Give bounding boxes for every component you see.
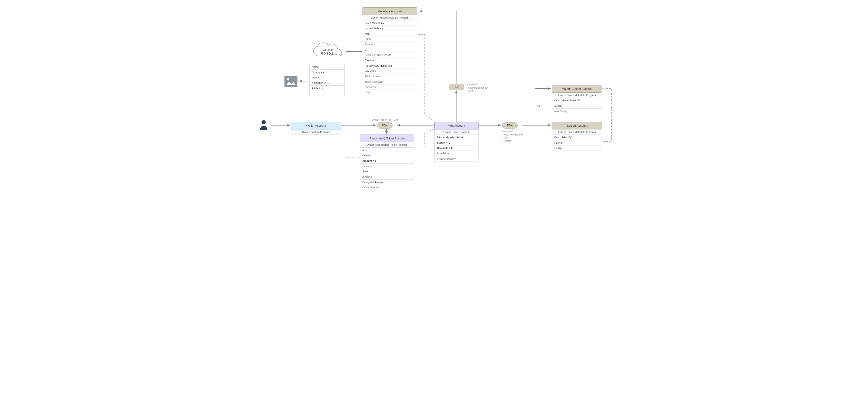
field-row: Supply = 1 bbox=[435, 140, 478, 145]
field-row: Close Authority bbox=[360, 185, 414, 190]
token-owner: Owner: (Associated) Token Program bbox=[360, 142, 414, 148]
field-row: Edition Nonce bbox=[362, 74, 417, 79]
field-row: Delegate bbox=[360, 164, 414, 169]
pda-ed-seeds: "metadata" + tokenMetadataPID + Mint + "… bbox=[502, 130, 523, 142]
metadata-fields: Key = MetadataV1Update AuthorityMintName… bbox=[362, 21, 417, 95]
field-row: Key = MetadataV1 bbox=[362, 21, 417, 26]
offchain-cloud-label: Off-chain JSON Object bbox=[311, 48, 346, 55]
field-row: State bbox=[360, 169, 414, 174]
mint-owner: Owner: Token Program bbox=[434, 129, 478, 135]
master-fields: Key = MasterEditionV2SupplyMax Supply bbox=[552, 98, 602, 114]
field-row: Key = MasterEditionV2 bbox=[552, 98, 602, 103]
image-placeholder-icon bbox=[284, 76, 298, 87]
metadata-title: Metadata Account bbox=[362, 7, 417, 15]
wallet-owner: Owner: System Program bbox=[291, 129, 341, 135]
mint-account-node: Mint Account Owner: Token Program Mint A… bbox=[434, 122, 478, 161]
field-row: Is Initialized bbox=[435, 151, 478, 156]
field-row: Parent bbox=[552, 140, 602, 145]
field-row: Mint Authority = None bbox=[435, 135, 478, 140]
field-row: Edition bbox=[552, 145, 602, 151]
field-row: Name bbox=[310, 64, 344, 69]
field-row: Name bbox=[362, 36, 417, 42]
user-icon bbox=[259, 119, 268, 130]
field-row: Uses bbox=[362, 90, 417, 95]
field-row: Animation URL bbox=[310, 80, 344, 86]
or-label: OR bbox=[536, 105, 540, 108]
field-row: Owner bbox=[360, 153, 414, 158]
field-row: Description bbox=[310, 69, 344, 75]
field-row: Attributes bbox=[310, 86, 344, 91]
field-row: Is Mutable bbox=[362, 68, 417, 74]
field-row: Delegated Amount bbox=[360, 180, 414, 185]
pda-ed: PDA bbox=[502, 122, 518, 128]
field-row: Creators bbox=[362, 58, 417, 63]
master-title: Master Edition Account bbox=[552, 85, 602, 93]
pda-assoc-seeds: Owner + tokenPID + Mint bbox=[372, 118, 398, 122]
field-row: URI bbox=[362, 47, 417, 53]
field-row: Freeze Authority bbox=[435, 156, 478, 161]
pda-assoc: PDA bbox=[377, 122, 393, 128]
diagram-stage: Wallet Account Owner: System Program PDA… bbox=[253, 5, 615, 195]
master-owner: Owner: Token Metadata Program bbox=[552, 93, 602, 98]
svg-point-11 bbox=[287, 78, 289, 81]
mint-fields: Mint Authority = NoneSupply = 1Decimals … bbox=[434, 135, 478, 161]
field-row: Primary Sale Happened bbox=[362, 63, 417, 68]
field-row: Max Supply bbox=[552, 109, 602, 114]
field-row: ... bbox=[310, 91, 344, 96]
field-row: Token Standard bbox=[362, 79, 417, 84]
metadata-owner: Owner: Token Metadata Program bbox=[362, 15, 417, 21]
token-account-node: (Associated) Token Account Owner: (Assoc… bbox=[360, 135, 414, 190]
token-fields: MintOwnerAmount = 1DelegateStateIs Nativ… bbox=[360, 148, 414, 190]
pda-meta: PDA bbox=[448, 84, 464, 90]
field-row: Decimals = 0 bbox=[435, 145, 478, 151]
field-row: Mint bbox=[360, 148, 414, 153]
mint-title: Mint Account bbox=[434, 122, 478, 129]
svg-point-9 bbox=[261, 120, 266, 124]
edition-title: Edition Account bbox=[552, 122, 602, 129]
field-row: Symbol bbox=[362, 42, 417, 47]
pda-meta-seeds: "metadata" + tokenMetadataPID + Mint bbox=[466, 83, 488, 93]
field-row: Is Native bbox=[360, 174, 414, 180]
metadata-account-node: Metadata Account Owner: Token Metadata P… bbox=[362, 7, 417, 95]
wallet-account-node: Wallet Account Owner: System Program bbox=[291, 122, 341, 135]
offchain-cloud: Off-chain JSON Object bbox=[311, 42, 346, 61]
field-row: Collection bbox=[362, 84, 417, 90]
edition-owner: Owner: Token Metadata Program bbox=[552, 129, 602, 135]
offchain-fields: NameDescriptionImageAnimation URLAttribu… bbox=[309, 64, 344, 96]
field-row: Seller Fee Basis Points bbox=[362, 53, 417, 58]
wallet-title: Wallet Account bbox=[291, 122, 341, 129]
master-edition-node: Master Edition Account Owner: Token Meta… bbox=[552, 85, 602, 114]
field-row: Update Authority bbox=[362, 26, 417, 31]
field-row: Image bbox=[310, 75, 344, 80]
token-title: (Associated) Token Account bbox=[360, 135, 414, 142]
field-row: Amount = 1 bbox=[360, 158, 414, 164]
edition-node: Edition Account Owner: Token Metadata Pr… bbox=[552, 122, 602, 151]
field-row: Supply bbox=[552, 103, 602, 109]
field-row: Mint bbox=[362, 31, 417, 36]
field-row: Key = EditionV1 bbox=[552, 135, 602, 140]
edition-fields: Key = EditionV1ParentEdition bbox=[552, 135, 602, 151]
